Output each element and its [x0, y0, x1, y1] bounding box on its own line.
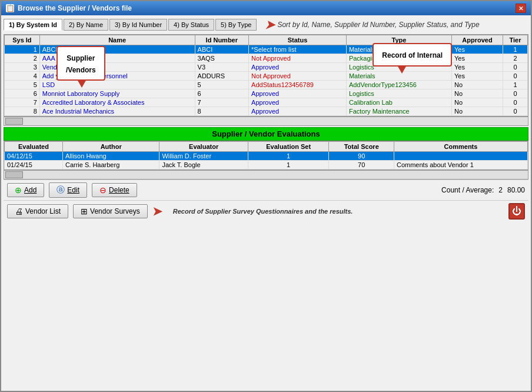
table-cell: 4: [5, 72, 40, 81]
power-button[interactable]: ⏻: [508, 203, 525, 220]
table-cell: No: [451, 107, 503, 116]
eval-cell: 90: [329, 152, 394, 161]
edit-label: Edit: [67, 186, 79, 194]
eval-col-evaluated: Evaluated: [5, 142, 63, 152]
count-value: 2: [498, 186, 503, 194]
table-cell: 5: [5, 81, 40, 89]
close-button[interactable]: ✕: [516, 4, 526, 13]
table-cell: 2: [5, 54, 40, 63]
table-cell: V3: [195, 63, 249, 72]
tab-by-system-id[interactable]: 1) By System Id: [4, 19, 62, 31]
table-cell: 0: [503, 107, 528, 116]
table-cell: Monniot Laboratory Supply: [39, 89, 195, 98]
table-cell: 6: [5, 89, 40, 98]
eval-col-evaluator: Evaluator: [159, 142, 248, 152]
content-area: 1) By System Id 2) By Name 3) By Id Numb…: [1, 15, 531, 391]
tab-by-type[interactable]: 5) By Type: [215, 19, 257, 31]
eval-cell: 70: [329, 161, 394, 170]
eval-col-eval-set: Evaluation Set: [248, 142, 329, 152]
table-cell: ADDURS: [195, 72, 249, 81]
table-cell: Approved: [249, 63, 347, 72]
bottom-bar: ⊕ Add ⓐ Edit ⊖ Delete Count / Average: 2…: [4, 180, 528, 200]
table-cell: *Select from list: [249, 45, 347, 54]
col-id-number: Id Number: [195, 35, 249, 45]
eval-col-comments: Comments: [394, 142, 527, 152]
table-row[interactable]: 7Accredited Laboratory & Associates7Appr…: [5, 98, 528, 107]
table-cell: 0: [503, 63, 528, 72]
table-cell: ABCI: [195, 45, 249, 54]
table-cell: AddStatus123456789: [249, 81, 347, 89]
average-value: 80.00: [507, 186, 525, 194]
table-cell: Calibration Lab: [346, 98, 451, 107]
table-cell: Yes: [451, 63, 503, 72]
footer-arrow-icon: ➤: [152, 204, 162, 218]
table-cell: 1: [5, 45, 40, 54]
table-cell: Not Approved: [249, 54, 347, 63]
upper-scroll-thumb[interactable]: [5, 118, 23, 125]
eval-scroll-thumb[interactable]: [5, 171, 23, 178]
table-cell: Accredited Laboratory & Associates: [39, 98, 195, 107]
delete-icon: ⊖: [99, 185, 107, 195]
tooltip-record: Record of Internal: [373, 43, 452, 67]
eval-cell: 01/24/15: [5, 161, 63, 170]
table-cell: Logistics: [346, 89, 451, 98]
eval-header-row: Evaluated Author Evaluator Evaluation Se…: [5, 142, 528, 152]
arrow-icon: ➤: [265, 18, 275, 32]
table-cell: 3AQS: [195, 54, 249, 63]
upper-scrollbar[interactable]: [4, 117, 528, 126]
table-cell: AddVendorType123456: [346, 81, 451, 89]
table-cell: 2: [503, 54, 528, 63]
window-icon: 📋: [6, 4, 14, 12]
eval-cell: 1: [248, 152, 329, 161]
footer-hint-area: ➤ Record of Supplier Survey Questionnair…: [152, 204, 353, 218]
eval-col-author: Author: [62, 142, 159, 152]
delete-button[interactable]: ⊖ Delete: [92, 183, 137, 197]
table-cell: 0: [503, 98, 528, 107]
main-window: 📋 Browse the Supplier / Vendors file ✕ 1…: [0, 0, 532, 392]
table-row[interactable]: 6Monniot Laboratory Supply6ApprovedLogis…: [5, 89, 528, 98]
table-cell: LSD: [39, 81, 195, 89]
table-cell: 3: [5, 63, 40, 72]
eval-cell: 04/12/15: [5, 152, 63, 161]
table-cell: Approved: [249, 107, 347, 116]
table-cell: 7: [5, 98, 40, 107]
col-approved: Approved: [451, 35, 503, 45]
tooltip-supplier: Supplier /Vendors: [56, 46, 105, 81]
table-cell: No: [451, 89, 503, 98]
table-cell: 7: [195, 98, 249, 107]
eval-row[interactable]: 01/24/15Carrie S. HaarbergJack T. Bogle1…: [5, 161, 528, 170]
edit-icon: ⓐ: [56, 185, 65, 195]
eval-table-container[interactable]: Evaluated Author Evaluator Evaluation Se…: [4, 141, 528, 170]
edit-button[interactable]: ⓐ Edit: [49, 182, 87, 198]
tab-by-id-number[interactable]: 3) By Id Number: [109, 19, 167, 31]
eval-cell: [394, 152, 527, 161]
count-label: Count / Average:: [441, 186, 494, 194]
table-cell: 8: [195, 107, 249, 116]
eval-cell: William D. Foster: [159, 152, 248, 161]
count-area: Count / Average: 2 80.00: [441, 186, 525, 194]
eval-scrollbar[interactable]: [4, 170, 528, 180]
vendor-surveys-icon: ⊞: [81, 207, 88, 216]
table-cell: Yes: [451, 54, 503, 63]
tab-hint: ➤ Sort by Id, Name, Supplier Id Number, …: [265, 18, 479, 32]
eval-table: Evaluated Author Evaluator Evaluation Se…: [4, 141, 528, 170]
add-button[interactable]: ⊕ Add: [7, 183, 44, 197]
table-cell: 5: [195, 81, 249, 89]
table-cell: Factory Maintenance: [346, 107, 451, 116]
table-row[interactable]: 8Ace Industrial Mechanics8ApprovedFactor…: [5, 107, 528, 116]
eval-cell: Carrie S. Haarberg: [62, 161, 159, 170]
vendor-list-button[interactable]: 🖨 Vendor List: [7, 204, 68, 218]
tab-by-status[interactable]: 4) By Status: [168, 19, 214, 31]
tab-by-name[interactable]: 2) By Name: [64, 19, 108, 31]
window-title: Browse the Supplier / Vendors file: [18, 4, 132, 12]
table-cell: Yes: [451, 45, 503, 54]
footer-bar: 🖨 Vendor List ⊞ Vendor Surveys ➤ Record …: [4, 200, 528, 222]
eval-row[interactable]: 04/12/15Allison HwangWilliam D. Foster19…: [5, 152, 528, 161]
table-cell: Not Approved: [249, 72, 347, 81]
add-icon: ⊕: [15, 185, 22, 195]
col-status: Status: [249, 35, 347, 45]
title-bar: 📋 Browse the Supplier / Vendors file ✕: [1, 1, 531, 15]
table-cell: 0: [503, 89, 528, 98]
eval-cell: Jack T. Bogle: [159, 161, 248, 170]
vendor-surveys-button[interactable]: ⊞ Vendor Surveys: [73, 204, 148, 218]
